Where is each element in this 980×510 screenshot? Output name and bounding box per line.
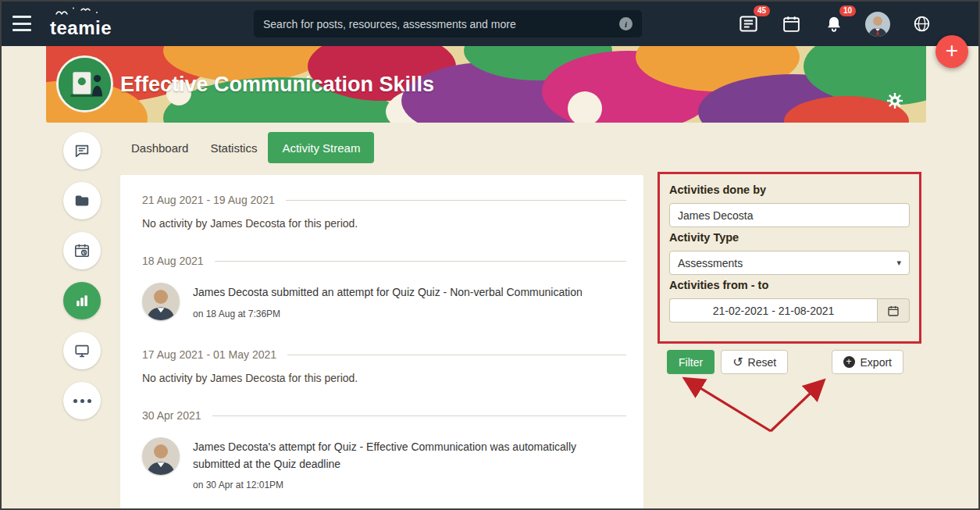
- posts-icon: [738, 13, 759, 34]
- date-range-group: [669, 298, 910, 323]
- activity-body: James Decosta submitted an attempt for Q…: [193, 283, 583, 320]
- sidebar-item-materials[interactable]: [63, 182, 101, 219]
- bar-chart-icon: [73, 292, 91, 309]
- top-navbar: teamie i 45 10: [2, 2, 978, 46]
- filter-button[interactable]: Filter: [667, 350, 715, 374]
- done-by-input[interactable]: [669, 203, 910, 227]
- notifications-button[interactable]: 10: [822, 12, 846, 36]
- filter-actions: Filter ↺ Reset + Export: [667, 350, 903, 374]
- activity-type-label: Activity Type: [669, 231, 910, 244]
- activity-filter-panel: Activities done by Activity Type Assessm…: [657, 172, 921, 344]
- sidebar-item-calendar[interactable]: [63, 232, 101, 269]
- divider: [212, 415, 626, 416]
- done-by-label: Activities done by: [669, 184, 910, 196]
- create-new-button[interactable]: +: [935, 35, 968, 68]
- navbar-actions: 45 10: [736, 2, 933, 46]
- date-range-input[interactable]: [669, 298, 877, 323]
- ellipsis-icon: [73, 399, 91, 403]
- search-input[interactable]: [263, 18, 619, 30]
- monitor-icon: [73, 342, 91, 359]
- classroom-title: Effective Communication Skills: [120, 73, 434, 97]
- tab-statistics[interactable]: Statistics: [199, 132, 268, 163]
- divider: [286, 200, 626, 201]
- activity-type-value: Assessments: [678, 257, 743, 269]
- classroom-avatar-image: [59, 58, 111, 110]
- global-search-bar: i: [254, 10, 642, 37]
- annotation-arrows: [661, 369, 919, 440]
- folder-icon: [73, 192, 91, 209]
- calendar-button[interactable]: [779, 12, 803, 36]
- export-plus-icon: +: [843, 356, 855, 368]
- student-avatar[interactable]: [142, 283, 180, 320]
- no-activity-message: No activity by James Decosta for this pe…: [142, 217, 626, 230]
- sidebar-item-discussions[interactable]: [63, 132, 101, 169]
- page: teamie i 45 10: [0, 0, 980, 510]
- date-range-label: 18 Aug 2021: [142, 255, 204, 267]
- globe-icon: [912, 14, 932, 34]
- date-picker-button[interactable]: [877, 298, 910, 323]
- activity-body: James Decosta's attempt for Quiz - Effec…: [193, 437, 615, 490]
- user-avatar[interactable]: [865, 12, 890, 37]
- date-range-label: Activities from - to: [669, 279, 910, 291]
- activity-timestamp: on 18 Aug at 7:36PM: [193, 308, 583, 319]
- divider: [287, 355, 626, 355]
- teamie-logo[interactable]: teamie: [50, 5, 112, 38]
- classroom-banner: Effective Communication Skills: [46, 46, 926, 123]
- stream-date-header: 17 Aug 2021 - 01 May 2021: [142, 348, 626, 361]
- classroom-avatar[interactable]: [56, 55, 113, 112]
- gear-icon: [886, 91, 904, 110]
- search-info-icon[interactable]: i: [619, 17, 633, 30]
- stream-date-header: 21 Aug 2021 - 19 Aug 2021: [142, 194, 626, 206]
- date-range-label: 21 Aug 2021 - 19 Aug 2021: [142, 194, 275, 206]
- export-button-label: Export: [861, 356, 892, 369]
- activity-text: James Decosta's attempt for Quiz - Effec…: [193, 439, 615, 473]
- logo-wordmark: teamie: [50, 18, 112, 38]
- activity-type-select[interactable]: Assessments ▾: [669, 251, 910, 275]
- reset-button[interactable]: ↺ Reset: [721, 350, 788, 374]
- hamburger-menu-icon[interactable]: [12, 16, 31, 31]
- student-avatar-image: [142, 437, 180, 475]
- student-avatar[interactable]: [142, 437, 180, 475]
- plus-icon: +: [946, 40, 958, 62]
- tab-dashboard[interactable]: Dashboard: [120, 132, 199, 163]
- date-range-label: 30 Apr 2021: [142, 409, 201, 422]
- help-button[interactable]: [910, 12, 933, 36]
- notifications-count-badge: 10: [839, 5, 856, 16]
- posts-button[interactable]: 45: [736, 12, 760, 36]
- calendar-icon: [782, 14, 801, 34]
- sidebar-item-statistics[interactable]: [63, 282, 101, 319]
- calendar-small-icon: [887, 305, 900, 317]
- divider: [215, 261, 626, 262]
- classroom-settings-button[interactable]: [886, 91, 904, 110]
- user-avatar-image: [865, 12, 890, 37]
- posts-count-badge: 45: [754, 5, 770, 16]
- reset-button-label: Reset: [748, 356, 777, 369]
- reset-icon: ↺: [732, 356, 743, 369]
- no-activity-message: No activity by James Decosta for this pe…: [142, 372, 626, 384]
- tab-activity-stream[interactable]: Activity Stream: [268, 132, 374, 163]
- activity-stream-card: 21 Aug 2021 - 19 Aug 2021 No activity by…: [120, 175, 643, 510]
- stream-date-header: 30 Apr 2021: [142, 409, 626, 422]
- student-avatar-image: [142, 283, 180, 320]
- date-range-label: 17 Aug 2021 - 01 May 2021: [142, 348, 276, 361]
- logo-birds-icon: [50, 5, 105, 18]
- activity-item: James Decosta's attempt for Quiz - Effec…: [142, 433, 626, 490]
- stream-date-header: 18 Aug 2021: [142, 255, 626, 267]
- bell-icon: [824, 14, 844, 34]
- export-button[interactable]: + Export: [832, 350, 903, 374]
- chevron-down-icon: ▾: [896, 258, 901, 268]
- activity-item: James Decosta submitted an attempt for Q…: [142, 278, 626, 320]
- calendar-clock-icon: [73, 242, 91, 259]
- chat-bubble-icon: [73, 142, 91, 159]
- activity-timestamp: on 30 Apr at 12:01PM: [193, 480, 615, 490]
- sidebar-item-screen[interactable]: [63, 332, 101, 369]
- sidebar-item-more[interactable]: [63, 382, 101, 419]
- classroom-tabs: Dashboard Statistics Activity Stream: [120, 132, 374, 163]
- activity-text: James Decosta submitted an attempt for Q…: [193, 284, 583, 301]
